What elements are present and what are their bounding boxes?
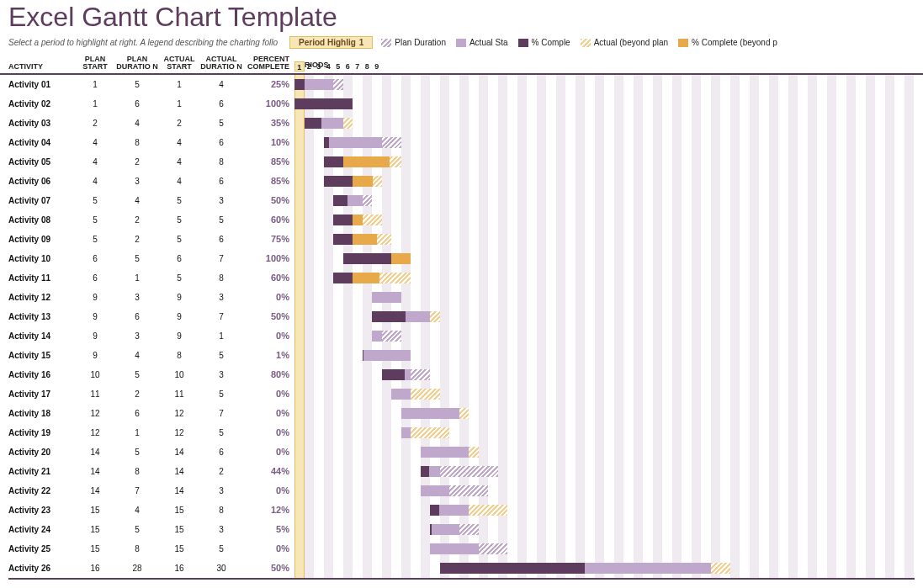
plan-start-cell[interactable]: 4 [74,138,116,147]
actual-start-cell[interactable]: 1 [158,80,200,89]
percent-complete-cell[interactable]: 50% [242,195,294,205]
actual-start-cell[interactable]: 4 [158,138,200,147]
percent-complete-cell[interactable]: 0% [242,292,294,302]
percent-complete-cell[interactable]: 25% [242,79,294,89]
plan-duration-cell[interactable]: 2 [116,215,158,225]
plan-duration-cell[interactable]: 6 [116,409,158,418]
actual-start-cell[interactable]: 4 [158,177,200,186]
percent-complete-cell[interactable]: 80% [242,369,294,379]
percent-complete-cell[interactable]: 100% [242,253,294,263]
actual-duration-cell[interactable]: 6 [200,99,242,109]
plan-start-cell[interactable]: 1 [74,99,116,109]
actual-duration-cell[interactable]: 7 [200,312,242,321]
percent-complete-cell[interactable]: 35% [242,118,294,128]
plan-duration-cell[interactable]: 5 [116,80,158,89]
plan-duration-cell[interactable]: 8 [116,544,158,554]
actual-start-cell[interactable]: 1 [158,99,200,109]
plan-start-cell[interactable]: 9 [74,351,116,360]
actual-start-cell[interactable]: 9 [158,293,200,302]
actual-duration-cell[interactable]: 3 [200,525,242,534]
actual-start-cell[interactable]: 9 [158,312,200,321]
plan-duration-cell[interactable]: 1 [116,273,158,283]
actual-duration-cell[interactable]: 5 [200,215,242,225]
plan-start-cell[interactable]: 2 [74,119,116,128]
plan-start-cell[interactable]: 16 [74,564,116,573]
percent-complete-cell[interactable]: 44% [242,466,294,476]
actual-start-cell[interactable]: 2 [158,119,200,128]
percent-complete-cell[interactable]: 50% [242,563,294,573]
plan-duration-cell[interactable]: 3 [116,331,158,341]
actual-duration-cell[interactable]: 8 [200,157,242,167]
plan-duration-cell[interactable]: 3 [116,293,158,302]
actual-start-cell[interactable]: 9 [158,331,200,341]
actual-duration-cell[interactable]: 5 [200,428,242,437]
actual-duration-cell[interactable]: 5 [200,351,242,360]
actual-duration-cell[interactable]: 2 [200,467,242,476]
plan-start-cell[interactable]: 1 [74,80,116,89]
plan-start-cell[interactable]: 15 [74,506,116,515]
period-highlight-chip[interactable]: Period Highlig 1 [289,36,373,49]
plan-start-cell[interactable]: 12 [74,409,116,418]
plan-duration-cell[interactable]: 2 [116,157,158,167]
actual-duration-cell[interactable]: 6 [200,138,242,147]
plan-duration-cell[interactable]: 2 [116,389,158,399]
plan-duration-cell[interactable]: 8 [116,467,158,476]
plan-start-cell[interactable]: 6 [74,254,116,263]
plan-duration-cell[interactable]: 5 [116,254,158,263]
percent-complete-cell[interactable]: 12% [242,505,294,515]
plan-duration-cell[interactable]: 8 [116,138,158,147]
plan-duration-cell[interactable]: 5 [116,525,158,534]
plan-duration-cell[interactable]: 4 [116,196,158,205]
plan-start-cell[interactable]: 4 [74,157,116,167]
plan-duration-cell[interactable]: 6 [116,312,158,321]
actual-duration-cell[interactable]: 5 [200,389,242,399]
plan-start-cell[interactable]: 14 [74,486,116,495]
plan-start-cell[interactable]: 12 [74,428,116,437]
actual-start-cell[interactable]: 5 [158,215,200,225]
actual-duration-cell[interactable]: 5 [200,119,242,128]
plan-start-cell[interactable]: 15 [74,525,116,534]
plan-start-cell[interactable]: 14 [74,467,116,476]
actual-duration-cell[interactable]: 5 [200,544,242,554]
plan-duration-cell[interactable]: 4 [116,351,158,360]
actual-duration-cell[interactable]: 7 [200,409,242,418]
plan-start-cell[interactable]: 9 [74,331,116,341]
actual-start-cell[interactable]: 12 [158,409,200,418]
actual-start-cell[interactable]: 14 [158,467,200,476]
actual-start-cell[interactable]: 15 [158,525,200,534]
percent-complete-cell[interactable]: 0% [242,543,294,554]
actual-duration-cell[interactable]: 7 [200,254,242,263]
plan-start-cell[interactable]: 5 [74,196,116,205]
plan-start-cell[interactable]: 14 [74,448,116,457]
actual-start-cell[interactable]: 5 [158,235,200,244]
percent-complete-cell[interactable]: 10% [242,137,294,147]
percent-complete-cell[interactable]: 85% [242,176,294,186]
percent-complete-cell[interactable]: 100% [242,98,294,109]
actual-start-cell[interactable]: 11 [158,389,200,399]
percent-complete-cell[interactable]: 0% [242,331,294,341]
actual-start-cell[interactable]: 15 [158,506,200,515]
plan-duration-cell[interactable]: 2 [116,235,158,244]
actual-duration-cell[interactable]: 6 [200,177,242,186]
actual-duration-cell[interactable]: 3 [200,370,242,379]
actual-start-cell[interactable]: 5 [158,273,200,283]
actual-start-cell[interactable]: 16 [158,564,200,573]
actual-start-cell[interactable]: 4 [158,157,200,167]
plan-start-cell[interactable]: 4 [74,177,116,186]
percent-complete-cell[interactable]: 0% [242,408,294,418]
actual-duration-cell[interactable]: 8 [200,273,242,283]
plan-start-cell[interactable]: 9 [74,293,116,302]
actual-duration-cell[interactable]: 1 [200,331,242,341]
plan-start-cell[interactable]: 11 [74,389,116,399]
actual-start-cell[interactable]: 12 [158,428,200,437]
actual-start-cell[interactable]: 14 [158,448,200,457]
percent-complete-cell[interactable]: 5% [242,524,294,534]
percent-complete-cell[interactable]: 60% [242,215,294,225]
actual-start-cell[interactable]: 15 [158,544,200,554]
actual-start-cell[interactable]: 10 [158,370,200,379]
actual-start-cell[interactable]: 6 [158,254,200,263]
percent-complete-cell[interactable]: 0% [242,447,294,457]
percent-complete-cell[interactable]: 50% [242,311,294,321]
actual-duration-cell[interactable]: 6 [200,235,242,244]
plan-duration-cell[interactable]: 4 [116,119,158,128]
